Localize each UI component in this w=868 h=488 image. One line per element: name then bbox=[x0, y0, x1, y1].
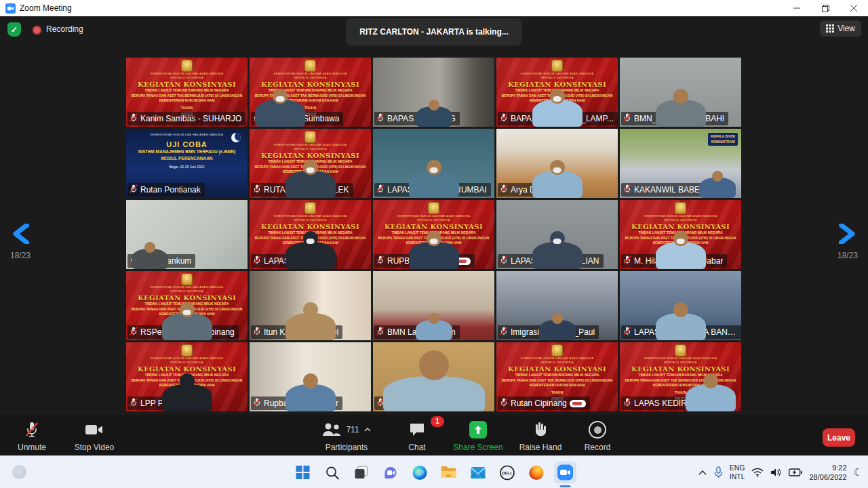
search-icon[interactable] bbox=[322, 462, 342, 483]
participant-tile[interactable]: KEMENTERIAN HUKUM DAN HAK ASASI MANUSIAR… bbox=[496, 342, 618, 411]
dell-icon[interactable]: DELL bbox=[497, 462, 517, 483]
file-explorer-icon[interactable] bbox=[439, 462, 459, 483]
participant-tile[interactable]: KEMENTERIAN HUKUM DAN HAK ASASI MANUSIAR… bbox=[250, 129, 371, 198]
participant-tile[interactable]: Rupbasan Denpasar bbox=[250, 342, 371, 411]
slide-org-text: KEMENTERIAN HUKUM DAN HAK ASASI MANUSIAR… bbox=[496, 72, 618, 79]
mic-muted-icon bbox=[376, 184, 384, 193]
participants-chevron-icon[interactable] bbox=[363, 427, 372, 432]
mic-muted-icon bbox=[500, 184, 508, 196]
participant-silhouette bbox=[656, 302, 706, 340]
slide-footer: Bogor, 20-25 Juni 2022 bbox=[126, 165, 248, 169]
restore-button[interactable] bbox=[811, 0, 840, 16]
participant-tile[interactable]: LAPAS NARKOTIKA BAND... bbox=[620, 271, 741, 340]
close-button[interactable] bbox=[840, 0, 868, 16]
participant-silhouette bbox=[383, 350, 485, 411]
share-screen-button[interactable]: Share Screen bbox=[444, 420, 512, 452]
mic-muted-icon bbox=[253, 184, 261, 193]
slide-title: UJI COBA bbox=[126, 140, 248, 148]
silhouette-head bbox=[703, 373, 718, 388]
participant-tile[interactable]: LAPAS MUARA BULIAN bbox=[496, 200, 618, 269]
record-button[interactable]: Record bbox=[570, 420, 625, 452]
chevron-up-icon[interactable] bbox=[698, 470, 707, 476]
role-tag-line: KEPALA DIVISI bbox=[711, 134, 735, 140]
participant-silhouette bbox=[699, 171, 736, 198]
next-page-arrow-icon[interactable] bbox=[839, 224, 856, 244]
edge-browser-icon[interactable] bbox=[410, 462, 430, 483]
participant-tile[interactable]: KEMENTERIAN HUKUM DAN HAK ASASI MANUSIAU… bbox=[126, 129, 248, 198]
participant-tile[interactable]: KEMENTERIAN HUKUM DAN HAK ASASI MANUSIAR… bbox=[126, 58, 248, 127]
participant-tile[interactable]: KEMENTERIAN HUKUM DAN HAK ASASI MANUSIAR… bbox=[126, 342, 248, 411]
kemenkumham-logo-icon bbox=[182, 345, 192, 356]
view-button[interactable]: View bbox=[820, 20, 861, 37]
slide-title: KEGIATAN KONSINYASI bbox=[126, 81, 248, 88]
stop-video-button[interactable]: Stop Video bbox=[71, 420, 118, 452]
participant-tile[interactable]: BMN_LAPAS KALABAHI bbox=[620, 58, 741, 127]
microphone-muted-icon bbox=[24, 422, 39, 438]
silhouette-head bbox=[180, 302, 195, 317]
participant-tile[interactable]: LAPAS TERBUKA RUMBAI bbox=[373, 129, 494, 198]
participant-tile[interactable]: BMN Lapas Batam bbox=[373, 271, 494, 340]
silhouette-head bbox=[550, 89, 565, 104]
previous-page-arrow-icon[interactable] bbox=[12, 224, 29, 244]
slide-line: SISTEM MANAJEMEN BMN TERPADU (e-BMN) bbox=[126, 148, 248, 155]
participant-tile[interactable]: KEMENTERIAN HUKUM DAN HAK ASASI MANUSIAR… bbox=[250, 200, 371, 269]
mic-muted-icon bbox=[623, 398, 631, 407]
face-mask bbox=[429, 239, 438, 244]
participant-tile[interactable]: KEMENTERIAN HUKUM DAN HAK ASASI MANUSIAR… bbox=[496, 58, 618, 127]
page-indicator: 18/23 bbox=[4, 251, 37, 260]
participant-silhouette bbox=[656, 231, 706, 269]
firefox-icon[interactable] bbox=[526, 462, 547, 483]
zoom-app-icon[interactable] bbox=[555, 462, 576, 483]
encryption-shield-icon[interactable]: ✓ bbox=[7, 22, 21, 37]
battery-icon[interactable] bbox=[789, 468, 802, 476]
windows-start-icon[interactable] bbox=[293, 462, 313, 483]
participant-name: KAKANWIL BABEL bbox=[634, 185, 705, 195]
participant-tile[interactable]: Itun Kadiv Min Babel bbox=[250, 271, 371, 340]
participant-name-label: Rutan Pontianak bbox=[127, 183, 205, 197]
participant-tile[interactable]: KEPALA DIVISIADMINISTRASIKAKANWIL BABEL bbox=[620, 129, 741, 198]
silhouette-body bbox=[285, 242, 336, 269]
silhouette-body bbox=[162, 384, 212, 411]
weather-widget-icon[interactable] bbox=[12, 465, 26, 479]
mic-muted-icon bbox=[130, 397, 138, 409]
participant-tile[interactable]: KEMENTERIAN HUKUM DAN HAK ASASI MANUSIAR… bbox=[620, 200, 741, 269]
mic-muted-icon bbox=[130, 184, 138, 193]
participant-silhouette bbox=[285, 373, 336, 411]
wifi-icon[interactable] bbox=[751, 468, 764, 477]
role-tag-line: ADMINISTRASI bbox=[711, 140, 735, 145]
moon-icon[interactable]: ☾ bbox=[854, 466, 863, 479]
participant-tile[interactable]: Arya Dewanatha bbox=[496, 129, 618, 198]
taskbar-clock[interactable]: 9:22 28/06/2022 bbox=[809, 463, 846, 483]
silhouette-head bbox=[427, 231, 441, 246]
mic-muted-icon bbox=[376, 113, 384, 125]
participant-tile[interactable]: KEMENTERIAN HUKUM DAN HAK ASASI MANUSIAR… bbox=[373, 200, 494, 269]
language-indicator[interactable]: ENG INTL bbox=[730, 464, 745, 481]
unmute-button[interactable]: Unmute bbox=[11, 420, 53, 452]
chat-button[interactable]: 1 Chat bbox=[397, 420, 437, 452]
participant-tile[interactable]: Imigrasi Nunukan_Paul bbox=[496, 271, 618, 340]
page-indicator: 18/23 bbox=[831, 251, 864, 260]
participant-silhouette bbox=[416, 313, 452, 340]
microphone-icon[interactable] bbox=[714, 466, 723, 479]
participant-tile[interactable]: BAPAS KUPANNG bbox=[373, 58, 494, 127]
taskbar-time: 9:22 bbox=[809, 463, 846, 472]
slide-line: MODUL PERENCANAAN bbox=[126, 155, 248, 162]
teams-chat-icon[interactable] bbox=[380, 462, 401, 483]
participant-tile[interactable]: KEMENTERIAN HUKUM DAN HAK ASASI MANUSIAR… bbox=[250, 58, 371, 127]
participant-tile[interactable]: Kadiv yankum bbox=[126, 200, 248, 269]
participant-name-label: KAKANWIL BABEL bbox=[621, 183, 709, 197]
participant-name: LAPAS KEDIRI bbox=[634, 399, 689, 408]
mail-icon[interactable] bbox=[468, 462, 488, 483]
face-mask bbox=[553, 96, 561, 102]
participant-silhouette bbox=[532, 160, 583, 198]
raise-hand-button[interactable]: Raise Hand bbox=[507, 420, 574, 452]
task-view-icon[interactable] bbox=[351, 462, 372, 483]
minimize-button[interactable] bbox=[783, 0, 811, 16]
active-speaker-toast: RITZ CARLTON - JAKARTA is talking... bbox=[346, 18, 522, 45]
participants-button[interactable]: 711 Participants bbox=[307, 420, 387, 452]
leave-button[interactable]: Leave bbox=[823, 428, 855, 447]
volume-icon[interactable] bbox=[770, 468, 782, 477]
participant-tile[interactable]: KEMENTERIAN HUKUM DAN HAK ASASI MANUSIAR… bbox=[126, 271, 248, 340]
participant-tile[interactable]: KEMENTERIAN HUKUM DAN HAK ASASI MANUSIAR… bbox=[620, 342, 741, 411]
participant-tile[interactable]: LAPAS AMBON bbox=[373, 342, 494, 411]
